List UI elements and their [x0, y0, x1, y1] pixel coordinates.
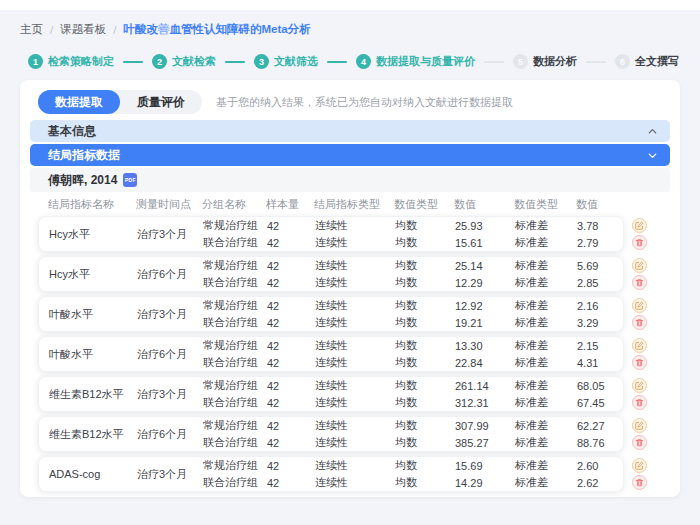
- timepoint-cell: 治疗6个月: [137, 347, 203, 362]
- value-type-cell: 标准差: [515, 418, 577, 433]
- outcome-name-cell: Hcy水平: [49, 267, 137, 282]
- sample-size-cell: 42: [267, 397, 315, 409]
- outcome-type-cell: 连续性: [315, 355, 395, 370]
- value-cell: 13.30: [455, 340, 515, 352]
- timepoint-cell: 治疗3个月: [137, 307, 203, 322]
- section-outcome-data[interactable]: 结局指标数据: [30, 144, 670, 166]
- step-connector: [123, 61, 143, 63]
- delete-row-button[interactable]: [632, 435, 647, 450]
- column-header: 分组名称: [202, 197, 266, 212]
- row-card: 维生素B12水平 治疗6个月 常规治疗组 42 连续性 均数 307.99 标准…: [38, 416, 624, 452]
- edit-row-button[interactable]: [632, 378, 647, 393]
- outcome-type-cell: 连续性: [315, 298, 395, 313]
- column-header: 结局指标类型: [314, 197, 394, 212]
- group-name-cell: 联合治疗组: [203, 235, 267, 250]
- step-2[interactable]: 2文献检索: [152, 54, 216, 69]
- value-cell: 5.69: [577, 260, 623, 272]
- delete-row-button[interactable]: [632, 235, 647, 250]
- step-number: 4: [356, 54, 371, 69]
- pencil-icon: [635, 421, 644, 430]
- step-number: 5: [513, 54, 528, 69]
- delete-row-button[interactable]: [632, 395, 647, 410]
- extraction-hint-text: 基于您的纳入结果，系统已为您自动对纳入文献进行数据提取: [216, 95, 513, 110]
- step-label: 文献检索: [172, 54, 216, 69]
- group-lines: 常规治疗组 42 连续性 均数 13.30 标准差 2.15 联合治疗组 42 …: [203, 338, 623, 370]
- edit-row-button[interactable]: [632, 258, 647, 273]
- breadcrumb-separator: /: [50, 24, 53, 36]
- row-actions: [632, 256, 647, 292]
- table-row: 叶酸水平 治疗6个月 常规治疗组 42 连续性 均数 13.30 标准差 2.1…: [38, 336, 670, 372]
- sample-size-cell: 42: [267, 300, 315, 312]
- edit-row-button[interactable]: [632, 418, 647, 433]
- sample-size-cell: 42: [267, 460, 315, 472]
- step-4[interactable]: 4数据提取与质量评价: [356, 54, 475, 69]
- value-cell: 312.31: [455, 397, 515, 409]
- sample-size-cell: 42: [267, 277, 315, 289]
- value-cell: 67.45: [577, 397, 623, 409]
- tab-data-extraction[interactable]: 数据提取: [38, 90, 120, 114]
- value-cell: 14.29: [455, 477, 515, 489]
- step-1[interactable]: 1检索策略制定: [28, 54, 114, 69]
- step-connector: [586, 61, 606, 63]
- group-row: 联合治疗组 42 连续性 均数 312.31 标准差 67.45: [203, 395, 623, 410]
- table-row: 维生素B12水平 治疗3个月 常规治疗组 42 连续性 均数 261.14 标准…: [38, 376, 670, 412]
- outcome-type-cell: 连续性: [315, 378, 395, 393]
- sample-size-cell: 42: [267, 420, 315, 432]
- section-basic-info[interactable]: 基本信息: [30, 120, 670, 142]
- delete-row-button[interactable]: [632, 315, 647, 330]
- step-label: 数据分析: [533, 54, 577, 69]
- outcome-type-cell: 连续性: [315, 275, 395, 290]
- chevron-down-icon: [647, 150, 658, 161]
- group-lines: 常规治疗组 42 连续性 均数 25.14 标准差 5.69 联合治疗组 42 …: [203, 258, 623, 290]
- value-type-cell: 均数: [395, 418, 455, 433]
- delete-row-button[interactable]: [632, 475, 647, 490]
- table-row: Hcy水平 治疗3个月 常规治疗组 42 连续性 均数 25.93 标准差 3.…: [38, 216, 670, 252]
- step-label: 文献筛选: [274, 54, 318, 69]
- step-number: 6: [615, 54, 630, 69]
- step-3[interactable]: 3文献筛选: [254, 54, 318, 69]
- timepoint-cell: 治疗6个月: [137, 267, 203, 282]
- pencil-icon: [635, 381, 644, 390]
- step-label: 数据提取与质量评价: [376, 54, 475, 69]
- table-header-row: 结局指标名称测量时间点分组名称样本量结局指标类型数值类型数值数值类型数值: [30, 192, 670, 216]
- value-type-cell: 标准差: [515, 355, 577, 370]
- sample-size-cell: 42: [267, 260, 315, 272]
- breadcrumb-project-board[interactable]: 课题看板: [60, 22, 106, 37]
- edit-row-button[interactable]: [632, 458, 647, 473]
- trash-icon: [635, 238, 644, 247]
- breadcrumb-home[interactable]: 主页: [20, 22, 43, 37]
- delete-row-button[interactable]: [632, 275, 647, 290]
- sample-size-cell: 42: [267, 220, 315, 232]
- delete-row-button[interactable]: [632, 355, 647, 370]
- group-name-cell: 联合治疗组: [203, 395, 267, 410]
- value-type-cell: 均数: [395, 235, 455, 250]
- top-bar: [0, 0, 700, 10]
- group-row: 常规治疗组 42 连续性 均数 12.92 标准差 2.16: [203, 298, 623, 313]
- value-cell: 25.14: [455, 260, 515, 272]
- sample-size-cell: 42: [267, 357, 315, 369]
- value-cell: 2.79: [577, 237, 623, 249]
- row-actions: [632, 416, 647, 452]
- outcome-type-cell: 连续性: [315, 258, 395, 273]
- group-name-cell: 常规治疗组: [203, 338, 267, 353]
- value-cell: 68.05: [577, 380, 623, 392]
- value-type-cell: 标准差: [515, 338, 577, 353]
- edit-row-button[interactable]: [632, 298, 647, 313]
- row-card: Hcy水平 治疗3个月 常规治疗组 42 连续性 均数 25.93 标准差 3.…: [38, 216, 624, 252]
- value-cell: 12.29: [455, 277, 515, 289]
- tab-quality-evaluation[interactable]: 质量评价: [120, 90, 202, 114]
- value-cell: 2.15: [577, 340, 623, 352]
- outcome-type-cell: 连续性: [315, 418, 395, 433]
- row-card: ADAS-cog 治疗3个月 常规治疗组 42 连续性 均数 15.69 标准差…: [38, 456, 624, 492]
- step-6[interactable]: 6全文撰写: [615, 54, 679, 69]
- row-actions: [632, 216, 647, 252]
- group-name-cell: 联合治疗组: [203, 315, 267, 330]
- step-5[interactable]: 5数据分析: [513, 54, 577, 69]
- outcome-type-cell: 连续性: [315, 218, 395, 233]
- outcome-table: 结局指标名称测量时间点分组名称样本量结局指标类型数值类型数值数值类型数值 Hcy…: [30, 192, 670, 492]
- value-type-cell: 均数: [395, 218, 455, 233]
- pdf-icon[interactable]: PDF: [123, 173, 137, 187]
- edit-row-button[interactable]: [632, 338, 647, 353]
- step-label: 检索策略制定: [48, 54, 114, 69]
- edit-row-button[interactable]: [632, 218, 647, 233]
